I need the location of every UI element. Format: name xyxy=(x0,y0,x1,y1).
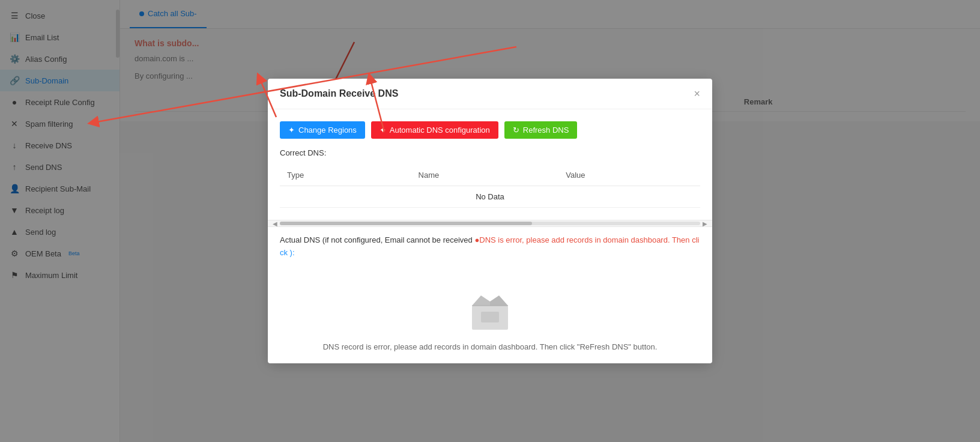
svg-rect-2 xyxy=(481,312,499,322)
actual-dns-label: Actual DNS (if not configured, Email can… xyxy=(280,235,474,244)
modal-body: ✦ Change Regions ✦ Automatic DNS configu… xyxy=(268,109,712,220)
correct-dns-label: Correct DNS: xyxy=(280,148,700,157)
modal-overlay[interactable]: Sub-Domain Receive DNS × ✦ Change Region… xyxy=(0,0,980,442)
refresh-dns-button[interactable]: ↻ Refresh DNS xyxy=(504,121,578,139)
scroll-thumb xyxy=(280,222,532,225)
modal-header: Sub-Domain Receive DNS × xyxy=(268,79,712,109)
modal-title: Sub-Domain Receive DNS xyxy=(280,88,398,99)
change-regions-label: Change Regions xyxy=(298,126,357,135)
location-icon: ✦ xyxy=(288,126,295,135)
scroll-track[interactable] xyxy=(280,222,700,225)
modal-dialog: Sub-Domain Receive DNS × ✦ Change Region… xyxy=(268,79,712,363)
horizontal-scrollbar[interactable]: ◀ ▶ xyxy=(268,220,712,227)
auto-dns-icon: ✦ xyxy=(380,126,386,135)
dns-no-data-row: No Data xyxy=(280,186,700,208)
dns-error-text: ●DNS is error, please add records in dom… xyxy=(474,235,699,244)
no-data-text: No Data xyxy=(280,186,700,208)
empty-state: DNS record is error, please add records … xyxy=(268,267,712,363)
scroll-right-arrow[interactable]: ▶ xyxy=(700,220,710,227)
dns-col-value: Value xyxy=(558,165,700,186)
modal-close-button[interactable]: × xyxy=(694,88,700,99)
refresh-icon: ↻ xyxy=(513,126,519,135)
empty-state-text: DNS record is error, please add records … xyxy=(323,342,658,351)
change-regions-button[interactable]: ✦ Change Regions xyxy=(280,121,365,139)
dns-click-link[interactable]: ck ): xyxy=(280,248,295,257)
action-buttons-container: ✦ Change Regions ✦ Automatic DNS configu… xyxy=(280,121,700,139)
auto-dns-button[interactable]: ✦ Automatic DNS configuration xyxy=(371,121,498,139)
empty-state-icon xyxy=(460,285,520,333)
scroll-left-arrow[interactable]: ◀ xyxy=(270,220,280,227)
auto-dns-label: Automatic DNS configuration xyxy=(390,126,490,135)
dns-table: Type Name Value No Data xyxy=(280,165,700,208)
dns-col-type: Type xyxy=(280,165,411,186)
dns-col-name: Name xyxy=(411,165,559,186)
actual-dns-section: Actual DNS (if not configured, Email can… xyxy=(268,227,712,267)
refresh-dns-label: Refresh DNS xyxy=(523,126,569,135)
